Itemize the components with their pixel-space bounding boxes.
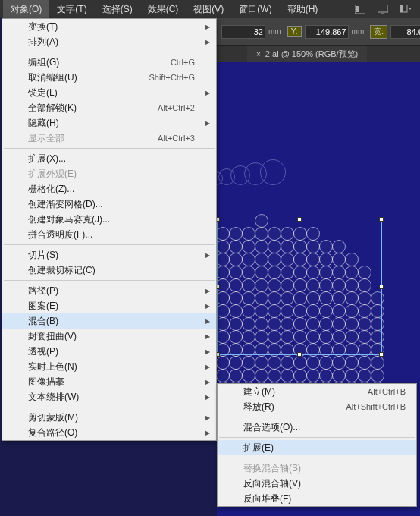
menu-item[interactable]: 隐藏(H) <box>2 115 216 131</box>
menu-item-label: 混合(B) <box>28 315 195 328</box>
handle-mid-right[interactable] <box>379 285 384 289</box>
y-label: Y: <box>287 26 302 37</box>
menu-item[interactable]: 排列(A) <box>2 34 216 49</box>
menu-item[interactable]: 透视(P) <box>2 344 216 359</box>
menu-item-label: 实时上色(N) <box>28 360 195 373</box>
handle-top-left[interactable] <box>217 217 220 222</box>
submenu-item[interactable]: 建立(M)Alt+Ctrl+B <box>218 384 416 399</box>
menu-item[interactable]: 封套扭曲(V) <box>2 329 216 344</box>
submenu-item[interactable]: 反向堆叠(F) <box>218 491 416 506</box>
handle-mid-left[interactable] <box>217 285 220 289</box>
menu-item[interactable]: 创建裁切标记(C) <box>2 263 216 278</box>
menu-item-label: 隐藏(H) <box>28 117 195 130</box>
y-input[interactable] <box>305 25 349 39</box>
menu-help[interactable]: 帮助(H) <box>280 0 326 19</box>
submenu-item-label: 混合选项(O)... <box>243 421 406 434</box>
menu-item[interactable]: 复合路径(O) <box>2 425 216 440</box>
w-input[interactable] <box>390 25 420 39</box>
menu-item[interactable]: 栅格化(Z)... <box>2 181 216 197</box>
menu-item-label: 扩展外观(E) <box>28 168 195 181</box>
submenu-item-shortcut: Alt+Shift+Ctrl+B <box>346 402 406 411</box>
menu-item[interactable]: 锁定(L) <box>2 85 216 100</box>
menu-item[interactable]: 切片(S) <box>2 247 216 263</box>
separator <box>4 280 215 281</box>
handle-bottom-left[interactable] <box>217 352 220 357</box>
y-unit: mm <box>352 27 365 36</box>
menu-item[interactable]: 剪切蒙版(M) <box>2 410 216 425</box>
menu-item-label: 剪切蒙版(M) <box>28 411 195 424</box>
submenu-item-label: 建立(M) <box>243 385 368 398</box>
workspace-icon[interactable] <box>397 2 414 16</box>
submenu-item: 替换混合轴(S) <box>218 461 416 476</box>
app-menubar: 对象(O) 文字(T) 选择(S) 效果(C) 视图(V) 窗口(W) 帮助(H… <box>0 0 420 18</box>
blend-submenu: 建立(M)Alt+Ctrl+B释放(R)Alt+Shift+Ctrl+B混合选项… <box>217 383 417 507</box>
separator <box>4 148 215 149</box>
menu-item-shortcut: Alt+Ctrl+3 <box>158 134 195 143</box>
menu-item-label: 栅格化(Z)... <box>28 183 195 196</box>
menu-item[interactable]: 路径(P) <box>2 283 216 298</box>
menu-item: 扩展外观(E) <box>2 166 216 181</box>
menu-item[interactable]: 图案(E) <box>2 298 216 313</box>
menu-item[interactable]: 文本绕排(W) <box>2 389 216 404</box>
close-icon[interactable]: × <box>256 50 261 58</box>
menu-item[interactable]: 图像描摹 <box>2 374 216 389</box>
menu-item-label: 创建裁切标记(C) <box>28 264 195 277</box>
menu-item-label: 显示全部 <box>28 132 158 145</box>
handle-bottom-right[interactable] <box>379 352 384 357</box>
layout-icon[interactable] <box>352 2 368 16</box>
x-input[interactable] <box>221 25 265 39</box>
menu-item[interactable]: 变换(T) <box>2 19 216 34</box>
menu-window[interactable]: 窗口(W) <box>231 0 279 19</box>
menu-item-label: 图案(E) <box>28 300 195 313</box>
menu-item-label: 路径(P) <box>28 285 195 297</box>
handle-top-right[interactable] <box>379 217 384 222</box>
menu-item[interactable]: 创建对象马赛克(J)... <box>2 212 216 227</box>
menu-view[interactable]: 视图(V) <box>186 0 231 19</box>
submenu-item-label: 扩展(E) <box>243 442 406 455</box>
menu-item[interactable]: 编组(G)Ctrl+G <box>2 55 216 70</box>
screen-icon[interactable] <box>375 2 391 16</box>
menu-type[interactable]: 文字(T) <box>49 0 94 19</box>
submenu-item-label: 释放(R) <box>243 401 346 414</box>
menu-item[interactable]: 实时上色(N) <box>2 359 216 374</box>
menu-item[interactable]: 取消编组(U)Shift+Ctrl+G <box>2 70 216 85</box>
menu-item-shortcut: Ctrl+G <box>171 58 195 67</box>
menu-effect[interactable]: 效果(C) <box>140 0 186 19</box>
menu-item[interactable]: 拼合透明度(F)... <box>2 227 216 242</box>
submenu-item[interactable]: 混合选项(O)... <box>218 420 416 435</box>
document-tab[interactable]: × 2.ai @ 150% (RGB/预览) <box>247 46 367 62</box>
submenu-item-label: 替换混合轴(S) <box>243 462 406 475</box>
properties-bar: mm Y: mm 宽: mm <box>217 18 420 46</box>
svg-rect-1 <box>356 6 359 12</box>
separator <box>4 244 215 245</box>
separator <box>219 458 415 458</box>
menu-item-label: 取消编组(U) <box>28 71 149 84</box>
handle-bottom-mid[interactable] <box>297 352 302 357</box>
menu-item-shortcut: Alt+Ctrl+2 <box>158 103 195 112</box>
object-menu-dropdown: 变换(T)排列(A)编组(G)Ctrl+G取消编组(U)Shift+Ctrl+G… <box>2 18 217 441</box>
submenu-item[interactable]: 释放(R)Alt+Shift+Ctrl+B <box>218 399 416 414</box>
submenu-item[interactable]: 扩展(E) <box>218 440 416 455</box>
menu-item[interactable]: 创建渐变网格(D)... <box>2 197 216 212</box>
menu-object[interactable]: 对象(O) <box>3 0 49 19</box>
submenu-item[interactable]: 反向混合轴(V) <box>218 476 416 491</box>
w-label: 宽: <box>370 25 387 39</box>
tab-title: 2.ai @ 150% (RGB/预览) <box>265 49 358 60</box>
menu-item-shortcut: Shift+Ctrl+G <box>149 73 195 82</box>
menu-item[interactable]: 扩展(X)... <box>2 151 216 166</box>
handle-top-mid[interactable] <box>297 217 302 222</box>
svg-rect-2 <box>378 5 388 12</box>
menu-item-label: 扩展(X)... <box>28 153 195 165</box>
menu-item[interactable]: 全部解锁(K)Alt+Ctrl+2 <box>2 100 216 115</box>
menu-select[interactable]: 选择(S) <box>95 0 140 19</box>
x-unit: mm <box>268 27 281 36</box>
menu-item-label: 切片(S) <box>28 249 195 262</box>
menu-item[interactable]: 混合(B) <box>2 313 216 329</box>
menu-item-label: 全部解锁(K) <box>28 102 158 115</box>
menu-item-label: 排列(A) <box>28 36 195 49</box>
separator <box>219 417 415 417</box>
selection-bounds[interactable] <box>217 219 382 355</box>
menu-item-label: 创建渐变网格(D)... <box>28 198 195 211</box>
separator <box>219 437 415 438</box>
menu-item-label: 封套扭曲(V) <box>28 330 195 343</box>
